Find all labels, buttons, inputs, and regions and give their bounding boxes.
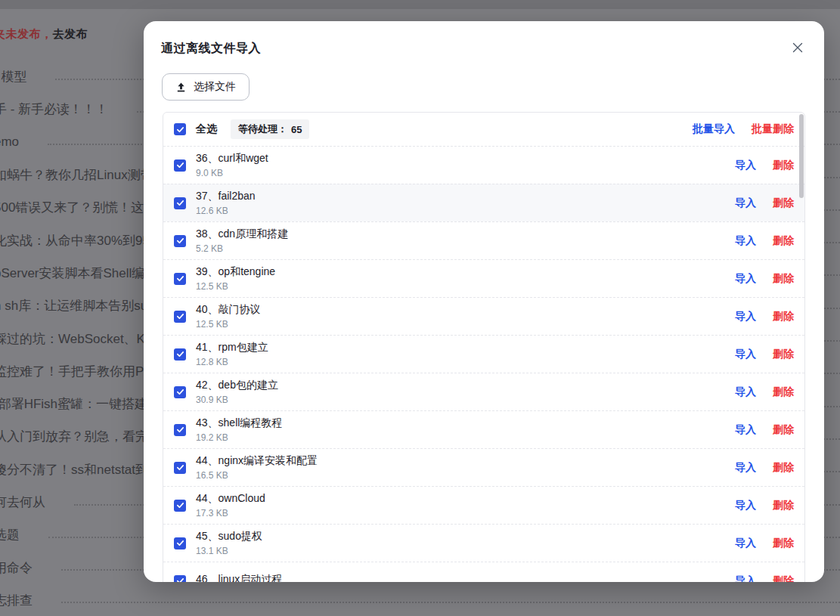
- import-button[interactable]: 导入: [735, 537, 756, 550]
- delete-button[interactable]: 删除: [773, 197, 794, 210]
- select-all-checkbox[interactable]: [174, 123, 186, 135]
- batch-delete-button[interactable]: 批量删除: [752, 122, 794, 136]
- scrollbar-thumb[interactable]: [799, 114, 804, 198]
- delete-button[interactable]: 删除: [773, 310, 794, 323]
- background-article-title: I 模型: [0, 68, 26, 85]
- notice-go-publish-link: 去发布: [53, 27, 88, 40]
- background-publish-notice: 夹未发布，去发布: [0, 27, 88, 42]
- file-name: 38、cdn原理和搭建: [196, 228, 288, 241]
- offline-import-modal: 通过离线文件导入 选择文件 全选 等待处理： 65 批量: [144, 21, 824, 582]
- background-article-item: 志排查: [0, 584, 840, 616]
- file-checkbox[interactable]: [174, 273, 186, 285]
- import-button[interactable]: 导入: [735, 385, 756, 399]
- delete-button[interactable]: 删除: [773, 537, 794, 550]
- file-size: 12.5 KB: [196, 319, 261, 330]
- file-checkbox[interactable]: [174, 386, 186, 398]
- background-article-title: emo: [0, 135, 19, 150]
- file-name: 40、敲门协议: [196, 303, 261, 317]
- import-button[interactable]: 导入: [735, 499, 756, 512]
- select-file-label: 选择文件: [194, 80, 236, 94]
- delete-button[interactable]: 删除: [773, 423, 794, 437]
- file-checkbox[interactable]: [174, 235, 186, 247]
- background-article-title: 选题: [0, 526, 20, 543]
- file-row: 38、cdn原理和搭建 5.2 KB 导入 删除: [163, 221, 804, 259]
- file-checkbox[interactable]: [174, 311, 186, 323]
- file-checkbox[interactable]: [174, 424, 186, 436]
- delete-button[interactable]: 删除: [773, 385, 794, 399]
- file-name: 36、curl和wget: [196, 152, 268, 166]
- file-size: 17.3 KB: [196, 508, 265, 518]
- file-checkbox[interactable]: [174, 575, 186, 583]
- file-name: 46、linux启动过程: [196, 573, 282, 582]
- pending-count: 65: [291, 124, 302, 135]
- file-size: 30.9 KB: [196, 395, 278, 405]
- import-button[interactable]: 导入: [735, 348, 756, 361]
- batch-import-button[interactable]: 批量导入: [693, 122, 735, 136]
- file-size: 5.2 KB: [196, 243, 288, 254]
- import-button[interactable]: 导入: [735, 159, 756, 172]
- file-size: 12.8 KB: [196, 357, 268, 367]
- import-button[interactable]: 导入: [735, 272, 756, 286]
- file-row: 42、deb包的建立 30.9 KB 导入 删除: [163, 373, 804, 410]
- file-row: 43、shell编程教程 19.2 KB 导入 删除: [163, 410, 804, 448]
- background-topbar: [0, 0, 840, 9]
- file-size: 12.5 KB: [196, 281, 275, 292]
- dotted-leader-line: [61, 602, 840, 603]
- select-all-label: 全选: [196, 122, 217, 136]
- file-name: 44、ownCloud: [196, 492, 265, 506]
- file-name: 45、sudo提权: [196, 530, 262, 543]
- file-list-panel: 全选 等待处理： 65 批量导入 批量删除 36、curl和wget 9.0 K…: [163, 112, 805, 582]
- delete-button[interactable]: 删除: [773, 461, 794, 475]
- file-checkbox[interactable]: [174, 348, 186, 361]
- file-checkbox[interactable]: [174, 462, 186, 474]
- import-button[interactable]: 导入: [735, 234, 756, 248]
- file-name: 44、nginx编译安装和配置: [196, 454, 318, 468]
- file-row: 44、ownCloud 17.3 KB 导入 删除: [163, 486, 804, 524]
- delete-button[interactable]: 删除: [773, 272, 794, 286]
- file-row: 44、nginx编译安装和配置 16.5 KB 导入 删除: [163, 448, 804, 486]
- file-checkbox[interactable]: [174, 159, 186, 172]
- background-article-title: 用命令: [0, 559, 33, 577]
- file-checkbox[interactable]: [174, 537, 186, 549]
- file-checkbox[interactable]: [174, 197, 186, 209]
- import-button[interactable]: 导入: [735, 197, 756, 210]
- modal-header: 通过离线文件导入: [144, 21, 824, 57]
- import-button[interactable]: 导入: [735, 574, 756, 583]
- background-article-title: 手 - 新手必读！！！: [0, 101, 108, 118]
- notice-unpublished-text: 夹未发布，: [0, 27, 53, 40]
- import-button[interactable]: 导入: [735, 310, 756, 323]
- file-row: 37、fail2ban 12.6 KB 导入 删除: [163, 184, 804, 221]
- file-size: 13.1 KB: [196, 546, 262, 556]
- file-name: 43、shell编程教程: [196, 416, 282, 430]
- import-button[interactable]: 导入: [735, 423, 756, 437]
- file-rows-container: 36、curl和wget 9.0 KB 导入 删除 37、fail2ban 12…: [163, 146, 804, 582]
- file-size: 19.2 KB: [196, 432, 282, 443]
- file-list-header: 全选 等待处理： 65 批量导入 批量删除: [163, 113, 804, 146]
- delete-button[interactable]: 删除: [773, 499, 794, 512]
- file-name: 42、deb包的建立: [196, 379, 278, 392]
- file-row: 40、敲门协议 12.5 KB 导入 删除: [163, 297, 804, 335]
- background-article-title: 志排查: [0, 592, 33, 609]
- file-name: 37、fail2ban: [196, 190, 256, 203]
- file-size: 9.0 KB: [196, 168, 268, 178]
- background-article-title: 何去何从: [0, 494, 45, 511]
- file-size: 12.6 KB: [196, 206, 256, 216]
- close-icon[interactable]: [788, 38, 807, 57]
- file-size: 16.5 KB: [196, 470, 318, 481]
- file-row: 45、sudo提权 13.1 KB 导入 删除: [163, 524, 804, 562]
- file-row: 36、curl和wget 9.0 KB 导入 删除: [163, 146, 804, 184]
- file-row: 41、rpm包建立 12.8 KB 导入 删除: [163, 335, 804, 373]
- file-row: 39、op和tengine 12.5 KB 导入 删除: [163, 259, 804, 297]
- upload-icon: [175, 82, 187, 93]
- file-row: 46、linux启动过程 导入 删除: [163, 562, 804, 582]
- delete-button[interactable]: 删除: [773, 234, 794, 248]
- import-button[interactable]: 导入: [735, 461, 756, 475]
- delete-button[interactable]: 删除: [773, 348, 794, 361]
- file-name: 41、rpm包建立: [196, 341, 268, 354]
- modal-title: 通过离线文件导入: [161, 41, 261, 57]
- select-file-button[interactable]: 选择文件: [162, 73, 250, 101]
- file-checkbox[interactable]: [174, 500, 186, 512]
- file-name: 39、op和tengine: [196, 265, 275, 279]
- delete-button[interactable]: 删除: [773, 159, 794, 172]
- delete-button[interactable]: 删除: [773, 574, 794, 583]
